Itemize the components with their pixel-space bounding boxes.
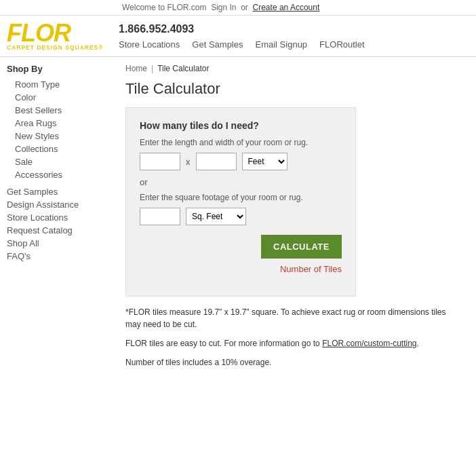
sidebar-item-collections[interactable]: Collections xyxy=(7,143,105,155)
top-bar: Welcome to FLOR.com Sign In or Create an… xyxy=(0,0,476,16)
sidebar-item-accessories[interactable]: Accessories xyxy=(7,168,105,181)
content-area: Home | Tile Calculator Tile Calculator H… xyxy=(112,57,476,382)
logo-text: FLOR xyxy=(7,21,119,45)
list-item: Accessories xyxy=(7,168,105,181)
sq-row: Sq. Feet Sq. Meters xyxy=(140,208,342,225)
sidebar-item-best-sellers[interactable]: Best Sellers xyxy=(7,104,105,117)
breadcrumb-current: Tile Calculator xyxy=(157,64,209,73)
sq-footage-label: Enter the square footage of your room or… xyxy=(140,193,342,202)
sidebar-item-new-styles[interactable]: New Styles xyxy=(7,130,105,143)
phone-number: 1.866.952.4093 xyxy=(119,23,365,35)
breadcrumb-home[interactable]: Home xyxy=(125,64,147,73)
breadcrumb: Home | Tile Calculator xyxy=(125,64,462,73)
list-item: Collections xyxy=(7,143,105,155)
list-item: New Styles xyxy=(7,130,105,143)
sidebar: Shop By Room Type Color Best Sellers Are… xyxy=(0,57,112,382)
page-title: Tile Calculator xyxy=(125,80,462,98)
note-1: *FLOR tiles measure 19.7" x 19.7" square… xyxy=(125,306,462,330)
breadcrumb-separator: | xyxy=(151,64,153,73)
sidebar-item-design-assistance[interactable]: Design Assistance xyxy=(7,198,105,211)
header-nav: 1.866.952.4093 Store Locations Get Sampl… xyxy=(119,23,365,50)
calculate-button[interactable]: CALCULATE xyxy=(261,235,342,259)
calculator-box: How many tiles do I need? Enter the leng… xyxy=(125,107,356,297)
sign-in-link[interactable]: Sign In xyxy=(211,3,236,12)
header-nav-links: Store Locations Get Samples Email Signup… xyxy=(119,39,365,50)
nav-email-signup[interactable]: Email Signup xyxy=(256,39,308,50)
tiles-result: Number of Tiles xyxy=(140,264,342,274)
sidebar-main-list: Get Samples Design Assistance Store Loca… xyxy=(7,185,105,263)
length-width-label: Enter the length and width of your room … xyxy=(140,138,342,147)
note-3: Number of tiles includes a 10% overage. xyxy=(125,356,462,368)
logo-area: FLOR CARPET DESIGN SQUARES® xyxy=(7,21,119,51)
sidebar-item-store-locations[interactable]: Store Locations xyxy=(7,211,105,224)
or-text: or xyxy=(241,3,248,12)
sidebar-item-color[interactable]: Color xyxy=(7,91,105,104)
sidebar-item-room-type[interactable]: Room Type xyxy=(7,78,105,91)
list-item: Design Assistance xyxy=(7,198,105,211)
sidebar-item-request-catalog[interactable]: Request Catalog xyxy=(7,224,105,237)
create-account-link[interactable]: Create an Account xyxy=(253,3,320,12)
sidebar-item-faqs[interactable]: FAQ's xyxy=(7,250,105,263)
header: FLOR CARPET DESIGN SQUARES® 1.866.952.40… xyxy=(0,16,476,57)
list-item: Room Type xyxy=(7,78,105,91)
or-divider: or xyxy=(140,177,342,187)
list-item: Store Locations xyxy=(7,211,105,224)
list-item: Area Rugs xyxy=(7,117,105,130)
sq-unit-select[interactable]: Sq. Feet Sq. Meters xyxy=(186,208,246,225)
note-2-end: . xyxy=(417,339,419,348)
sidebar-item-get-samples[interactable]: Get Samples xyxy=(7,185,105,198)
list-item: FAQ's xyxy=(7,250,105,263)
list-item: Color xyxy=(7,91,105,104)
list-item: Best Sellers xyxy=(7,104,105,117)
welcome-text: Welcome to FLOR.com xyxy=(122,3,206,12)
logo-sub: CARPET DESIGN SQUARES® xyxy=(7,44,119,51)
list-item: Get Samples xyxy=(7,185,105,198)
sidebar-item-area-rugs[interactable]: Area Rugs xyxy=(7,117,105,130)
shop-by-label: Shop By xyxy=(7,64,105,74)
x-label: x xyxy=(186,157,191,167)
sq-footage-input[interactable] xyxy=(140,208,180,225)
list-item: Request Catalog xyxy=(7,224,105,237)
calculate-btn-row: CALCULATE xyxy=(140,235,342,259)
dimension-row: x Feet Inches Meters xyxy=(140,153,342,170)
custom-cutting-link[interactable]: FLOR.com/custom-cutting xyxy=(322,339,416,348)
nav-store-locations[interactable]: Store Locations xyxy=(119,39,180,50)
sidebar-item-sale[interactable]: Sale xyxy=(7,155,105,168)
list-item: Sale xyxy=(7,155,105,168)
length-input[interactable] xyxy=(140,153,180,170)
calc-question: How many tiles do I need? xyxy=(140,120,342,131)
list-item: Shop All xyxy=(7,237,105,250)
sidebar-sub-list: Room Type Color Best Sellers Area Rugs N… xyxy=(7,78,105,181)
sidebar-item-shop-all[interactable]: Shop All xyxy=(7,237,105,250)
note-2: FLOR tiles are easy to cut. For more inf… xyxy=(125,337,462,349)
main-layout: Shop By Room Type Color Best Sellers Are… xyxy=(0,57,476,382)
nav-get-samples[interactable]: Get Samples xyxy=(192,39,243,50)
nav-floroutlet[interactable]: FLORoutlet xyxy=(319,39,364,50)
unit-select[interactable]: Feet Inches Meters xyxy=(242,153,287,170)
note-2-text: FLOR tiles are easy to cut. For more inf… xyxy=(125,339,320,348)
width-input[interactable] xyxy=(196,153,237,170)
